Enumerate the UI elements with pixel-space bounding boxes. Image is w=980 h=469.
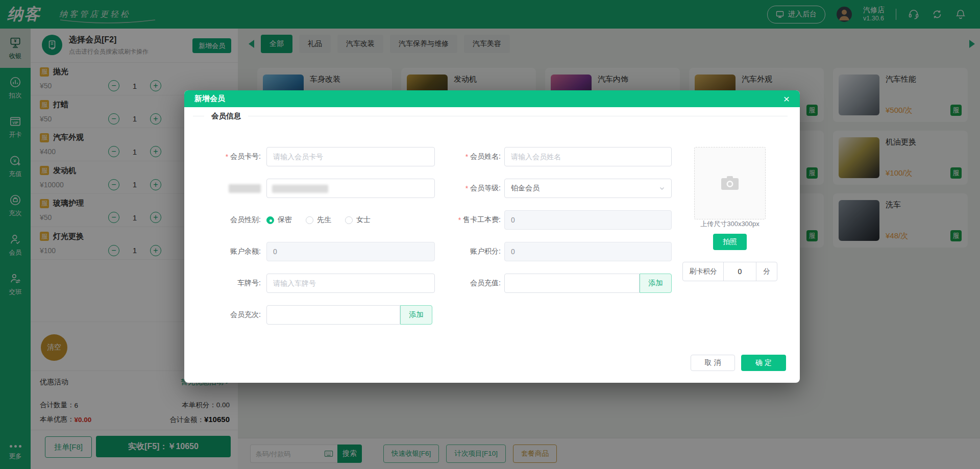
close-icon[interactable]: × — [783, 93, 790, 104]
chevron-down-icon — [659, 185, 665, 191]
required-asterisk: * — [465, 184, 468, 192]
card-no-input[interactable] — [266, 147, 435, 166]
add-member-dialog: 新增会员 × 会员信息 *会员卡号: *会员姓名: *会员等级: 铂金会员 会员… — [184, 90, 800, 383]
card-fee-label: *售卡工本费: — [429, 210, 501, 230]
points-input — [504, 242, 672, 261]
balance-label: 账户余额: — [194, 242, 261, 261]
recharge-count-add-button[interactable]: 添加 — [400, 305, 432, 325]
gender-radio-male[interactable]: 先生 — [306, 215, 331, 225]
cancel-button[interactable]: 取 消 — [691, 355, 735, 371]
masked-label — [194, 179, 261, 198]
plate-input[interactable] — [266, 274, 435, 293]
swipe-points-group: 刷卡积分 0 分 — [682, 262, 777, 281]
confirm-button[interactable]: 确 定 — [741, 355, 786, 371]
section-title: 会员信息 — [211, 111, 241, 121]
required-asterisk: * — [226, 153, 228, 161]
member-info-section-header: 会员信息 — [184, 107, 788, 125]
recharge-count-input[interactable] — [266, 305, 400, 325]
required-asterisk: * — [458, 216, 461, 224]
recharge-label: 会员充值: — [429, 274, 501, 293]
take-photo-button[interactable]: 拍照 — [713, 234, 747, 250]
member-name-input[interactable] — [504, 147, 672, 166]
required-asterisk: * — [465, 153, 468, 161]
gender-label: 会员性别: — [194, 210, 261, 230]
plate-field — [266, 274, 435, 293]
card-no-label: *会员卡号: — [194, 147, 261, 166]
member-level-value: 铂金会员 — [511, 184, 540, 193]
member-name-field — [504, 147, 672, 166]
recharge-count-field: 添加 — [266, 305, 432, 325]
plate-label: 车牌号: — [194, 274, 261, 293]
recharge-input[interactable] — [504, 274, 640, 293]
radio-selected-icon — [266, 216, 274, 224]
card-fee-input — [504, 210, 672, 230]
radio-icon — [306, 216, 313, 224]
card-no-field — [266, 147, 435, 166]
radio-icon — [345, 216, 353, 224]
photo-upload-box[interactable] — [694, 147, 766, 219]
gender-radio-female[interactable]: 女士 — [345, 215, 371, 225]
pos-app: 纳客 纳客管店更轻松 进入后台 汽修店 v1.30.6 — [0, 0, 980, 469]
dialog-header: 新增会员 × — [184, 90, 800, 107]
swipe-points-label: 刷卡积分 — [683, 262, 724, 281]
points-field — [504, 242, 672, 261]
points-label: 账户积分: — [429, 242, 501, 261]
recharge-field: 添加 — [504, 274, 672, 293]
swipe-points-input[interactable]: 0 — [724, 262, 756, 281]
balance-input — [266, 242, 435, 261]
recharge-count-label: 会员充次: — [194, 305, 261, 325]
balance-field — [266, 242, 435, 261]
member-level-label: *会员等级: — [429, 179, 501, 198]
card-fee-field — [504, 210, 672, 230]
upload-size-hint: 上传尺寸300x300px — [679, 219, 781, 229]
masked-value-block — [272, 185, 328, 193]
gender-radio-secret[interactable]: 保密 — [266, 215, 292, 225]
masked-input[interactable] — [266, 179, 435, 198]
member-name-label: *会员姓名: — [429, 147, 501, 166]
swipe-points-unit: 分 — [756, 262, 777, 281]
recharge-add-button[interactable]: 添加 — [640, 274, 672, 293]
gender-field: 保密 先生 女士 — [266, 210, 435, 230]
member-level-select[interactable]: 铂金会员 — [504, 179, 672, 198]
masked-label-block — [229, 184, 261, 193]
member-level-field: 铂金会员 — [504, 179, 672, 198]
masked-field — [266, 179, 435, 198]
camera-icon — [718, 171, 742, 195]
dialog-title: 新增会员 — [194, 94, 225, 104]
